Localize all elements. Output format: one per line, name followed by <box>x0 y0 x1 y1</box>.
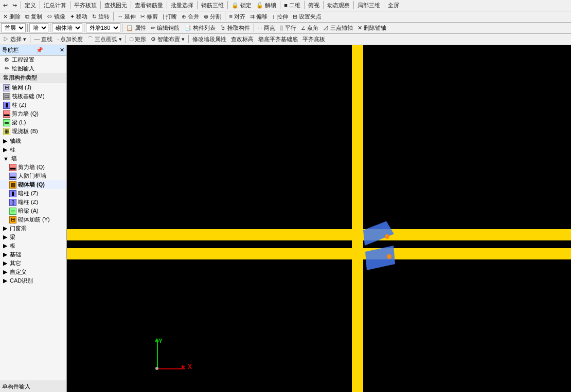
component-toolbar[interactable]: 首层 二层 墙 砌体墙 外墙180 📋 属性 ✏ 编辑钢筋 📑 构件列表 🖱 拾… <box>0 23 571 34</box>
view-rebar-btn[interactable]: 查看钢筋量 <box>133 1 165 10</box>
merge-btn[interactable]: ⊕ 合并 <box>180 12 201 22</box>
slab-icon: ▦ <box>3 128 10 135</box>
unlock-btn[interactable]: 🔓 解锁 <box>254 1 278 10</box>
folder-icon8: ▶ <box>3 269 7 275</box>
sidebar-item-column[interactable]: ▮ 柱 (Z) <box>0 101 66 109</box>
undo-btn[interactable]: ↩ <box>1 1 10 10</box>
edit-rebar-btn[interactable]: ✏ 编辑钢筋 <box>149 23 182 33</box>
sep12 <box>353 1 354 9</box>
canvas-area[interactable]: Y X <box>67 45 571 392</box>
two-point-btn[interactable]: · · 两点 <box>256 23 277 33</box>
parallel-btn[interactable]: ∥ 平行 <box>278 23 298 33</box>
calc-btn[interactable]: 汇总计算 <box>42 1 68 10</box>
batch-select-btn[interactable]: 批量选择 <box>169 1 195 10</box>
line-btn[interactable]: ― 直线 <box>32 34 55 44</box>
coordinate-axis: Y X <box>147 341 183 377</box>
pick-comp-btn[interactable]: 🖱 拾取构件 <box>218 23 252 33</box>
rect-btn[interactable]: □ 矩形 <box>128 34 148 44</box>
sidebar-tree-doorwindow[interactable]: ▶ 门窗洞 <box>0 224 66 233</box>
dark-col-icon: ▮ <box>9 190 16 197</box>
sidebar-item-shear-wall2[interactable]: ▬ 剪力墙 (Q) <box>0 163 66 172</box>
mirror-btn[interactable]: ⇔ 镜像 <box>45 12 67 22</box>
three-point-axis-btn[interactable]: ⊿ 三点辅轴 <box>321 23 355 33</box>
view-top-btn[interactable]: 俯视 <box>306 1 322 10</box>
grip-btn[interactable]: ⊞ 设置夹点 <box>291 12 324 22</box>
sidebar-item-slab[interactable]: ▦ 现浇板 (B) <box>0 127 66 136</box>
sidebar-tree-slab[interactable]: ▶ 板 <box>0 241 66 250</box>
modify-wall-prop-btn[interactable]: 修改墙段属性 <box>190 34 228 44</box>
define-btn[interactable]: 定义 <box>23 1 38 10</box>
sidebar-item-grid[interactable]: ⊞ 轴网 (J) <box>0 83 66 92</box>
sidebar-item-shear-wall[interactable]: ▬ 剪力墙 (Q) <box>0 109 66 118</box>
point-angle-btn[interactable]: ∠ 点角 <box>299 23 320 33</box>
sidebar-item-dark-beam[interactable]: ═ 暗梁 (A) <box>0 207 66 215</box>
three-arc-btn[interactable]: ⌒ 三点画弧 ▾ <box>85 34 124 44</box>
comp-list-btn[interactable]: 📑 构件列表 <box>182 23 218 33</box>
nav-pin-icon[interactable]: 📌 <box>36 47 43 53</box>
redo-btn[interactable]: ↪ <box>10 1 19 10</box>
thickness-select[interactable]: 外墙180 <box>86 23 120 32</box>
dynamic-view-btn[interactable]: 动态观察 <box>325 1 352 10</box>
sidebar-tree-cad[interactable]: ▶ CAD识别 <box>0 276 66 285</box>
del-axis-btn[interactable]: ✕ 删除辅轴 <box>355 23 388 33</box>
rebar3d-btn[interactable]: 钢筋三维 <box>199 1 226 10</box>
point-length-btn[interactable]: · 点加长度 <box>55 34 85 44</box>
check-elevation-btn[interactable]: 查改标高 <box>229 34 256 44</box>
foundation-icon: ▭ <box>3 93 10 100</box>
drawing-input-item[interactable]: ✏ 绘图输入 <box>0 64 66 73</box>
sidebar-item-beam[interactable]: ═ 梁 (L) <box>0 118 66 127</box>
floor-select[interactable]: 首层 二层 <box>1 23 26 32</box>
sidebar-item-brick-bar[interactable]: ⊞ 砌体加筋 (Y) <box>0 215 66 224</box>
align-bottom-btn[interactable]: 墙底平齐基础底 <box>256 34 300 44</box>
2d-btn[interactable]: ■ 二维 <box>282 1 302 10</box>
blast-wall-icon: ▬ <box>9 173 16 180</box>
sep4 <box>100 1 101 9</box>
find-elem-btn[interactable]: 查找图元 <box>102 1 129 10</box>
align-top-btn[interactable]: 平齐板顶 <box>72 1 99 10</box>
smart-layout-btn[interactable]: ⚙ 智能布置 ▾ <box>149 34 187 44</box>
align-bottom-slab-btn[interactable]: 平齐底板 <box>300 34 327 44</box>
draw-toolbar[interactable]: ▷ 选择 ▾ ― 直线 · 点加长度 ⌒ 三点画弧 ▾ □ 矩形 ⚙ 智能布置 … <box>0 34 571 45</box>
rotate-btn[interactable]: ↻ 旋转 <box>90 12 112 22</box>
delete-btn[interactable]: ✕ 删除 <box>1 12 23 22</box>
lock-btn[interactable]: 🔒 锁定 <box>229 1 254 10</box>
quick-access-toolbar[interactable]: ↩ ↪ 定义 汇总计算 平齐板顶 查找图元 查看钢筋量 批量选择 钢筋三维 🔒 … <box>0 0 571 11</box>
local-3d-btn[interactable]: 局部三维 <box>355 1 382 10</box>
sidebar-tree-column[interactable]: ▶ 柱 <box>0 145 66 154</box>
sidebar-item-brick-wall[interactable]: ▩ 砌体墙 (Q) <box>0 180 66 189</box>
trim-btn[interactable]: ✂ 修剪 <box>138 12 160 22</box>
sidebar-item-blast-wall[interactable]: ▬ 人防门框墙 <box>0 172 66 180</box>
sidebar-tree-wall[interactable]: ▼ 墙 <box>0 154 66 163</box>
edit-toolbar[interactable]: ✕ 删除 ⧉ 复制 ⇔ 镜像 ✦ 移动 ↻ 旋转 ↔ 延伸 ✂ 修剪 | 打断 … <box>0 11 571 23</box>
sidebar-tree-axis[interactable]: ▶ 轴线 <box>0 137 66 145</box>
wall-type-select[interactable]: 砌体墙 <box>52 23 82 32</box>
offset-btn[interactable]: ⇉ 偏移 <box>248 12 270 22</box>
break-btn[interactable]: | 打断 <box>160 12 179 22</box>
extend-btn[interactable]: ↔ 延伸 <box>115 12 138 22</box>
folder-icon6: ▶ <box>3 251 7 258</box>
element-type-select[interactable]: 墙 <box>29 23 48 32</box>
move-btn[interactable]: ✦ 移动 <box>68 12 90 22</box>
sep7 <box>197 1 198 9</box>
project-settings-item[interactable]: ⚙ 工程设置 <box>0 55 66 64</box>
grip-point-2[interactable] <box>387 254 391 259</box>
sidebar-tree-beam[interactable]: ▶ 梁 <box>0 233 66 241</box>
selected-element-1[interactable] <box>363 220 394 246</box>
property-btn[interactable]: 📋 属性 <box>124 23 148 33</box>
nav-close-icon[interactable]: ✕ <box>60 47 64 53</box>
settings-icon: ⚙ <box>3 57 10 64</box>
sidebar-item-foundation[interactable]: ▭ 筏板基础 (M) <box>0 92 66 101</box>
sidebar-item-end-col[interactable]: ▯ 端柱 (Z) <box>0 198 66 207</box>
sidebar-tree-other[interactable]: ▶ 其它 <box>0 259 66 268</box>
stretch-btn[interactable]: ↕ 拉伸 <box>270 12 290 22</box>
sidebar-tree-custom[interactable]: ▶ 自定义 <box>0 268 66 276</box>
copy-btn[interactable]: ⧉ 复制 <box>23 12 44 22</box>
select-btn[interactable]: ▷ 选择 ▾ <box>1 34 28 44</box>
sidebar-item-dark-col[interactable]: ▮ 暗柱 (Z) <box>0 189 66 198</box>
split-btn[interactable]: ⊗ 分割 <box>202 12 223 22</box>
grip-point-1[interactable] <box>385 234 389 239</box>
align-btn[interactable]: ≡ 对齐 <box>227 12 247 22</box>
sidebar-footer[interactable]: 单构件输入 <box>0 381 66 392</box>
sidebar-tree-foundation[interactable]: ▶ 基础 <box>0 250 66 259</box>
fullscreen-btn[interactable]: 全屏 <box>386 1 401 10</box>
